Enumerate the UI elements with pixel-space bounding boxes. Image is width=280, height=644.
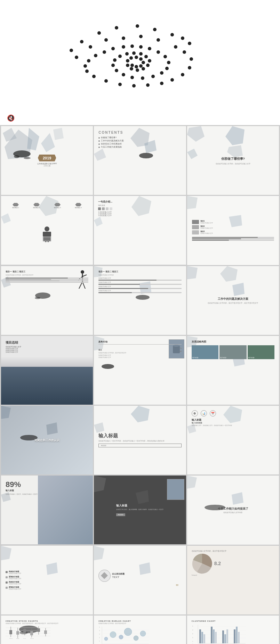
slide-18-text: 在此处可以输入文字内容	[218, 512, 248, 513]
slide-11[interactable]: 思考/行动 观点 在此处可以输入文字内容，该文字是示范文字 在此处可以输入文字 …	[94, 336, 186, 405]
svg-point-18	[45, 226, 49, 231]
dot	[142, 67, 145, 71]
dot	[139, 64, 143, 68]
slide-5-step3: 3.在此处输入文字	[98, 215, 182, 216]
svg-text:4: 4	[192, 629, 193, 631]
dot	[80, 40, 83, 43]
dot	[139, 35, 143, 38]
slide-5-title: 一句话介绍...	[98, 200, 182, 204]
slide-11-text: 在此处可以输入文字内容，该文字是示范文字	[98, 352, 181, 354]
slide-10-title: 项目总结	[6, 340, 88, 345]
dot	[144, 55, 148, 58]
svg-text:3: 3	[99, 634, 100, 635]
svg-point-7	[24, 157, 31, 159]
svg-marker-59	[94, 476, 106, 492]
project-hex-4: 项目概况-4	[75, 203, 82, 208]
person-figure	[40, 226, 54, 243]
slide-13[interactable]: 对岗位和工作的认识	[1, 406, 93, 474]
svg-marker-43	[232, 283, 245, 296]
svg-text:3: 3	[192, 633, 193, 635]
slide-2[interactable]: CONTENTS 你都做了哪些事? 工作中的问题及解决方案 你的综合工作积累如何…	[94, 126, 186, 195]
slide-7-text: 在此处可以输入文字内容，该文字是示范文字	[6, 274, 88, 276]
svg-rect-135	[224, 634, 226, 643]
svg-point-110	[104, 637, 108, 641]
dot	[163, 55, 167, 58]
svg-point-46	[102, 364, 114, 369]
slide-15[interactable]: ⚙ 📊 📅 输入标题 输入你的标题	[187, 406, 279, 474]
svg-text:Low: Low	[23, 638, 26, 639]
slide-6[interactable]: 项目1 在此处可以输入文字 项目2 在此处可以输入文字 项目3 在此处可以输	[187, 196, 279, 265]
slide-20[interactable]: 众山淡泊标题 TEXT "	[94, 546, 186, 614]
svg-text:5: 5	[192, 626, 193, 627]
dot	[139, 52, 143, 56]
slide-23[interactable]: CREATIVE BUBLES CHART 在此处可以输入文字内容，该文字是示范…	[94, 616, 186, 644]
slide-14[interactable]: 输入标题 在此处可以输入一些文字内容，在此处可以输入一些文字内容，请在此处输入您…	[94, 406, 186, 474]
slide-18[interactable]: 今后工作能力如何提高了 在此处可以输入文字内容	[187, 476, 279, 544]
slide-19-item-2-text: 在此处可以输入文字	[9, 578, 21, 579]
dot	[170, 78, 174, 82]
svg-text:2: 2	[99, 637, 100, 638]
slide-17[interactable]: 输入标题 全体员工齐心协力，减少内部摩擦，提高工作效率，在此处可以输入一些文字 …	[94, 476, 186, 544]
dot	[122, 36, 125, 40]
slide-1[interactable]: 2019 公共科技进阶汇报 LFPPT 工作汇报	[1, 126, 93, 195]
slide-9[interactable]: 工作中的问题及解决方案 在此处可以输入文字内容，该文字是示范文字，该文字是示范文…	[187, 266, 279, 335]
svg-marker-62	[232, 492, 243, 505]
dot	[130, 76, 134, 79]
slide-3[interactable]: 你那做了哪些事? 在此处可以输入文字的，在此处可以输入文字	[187, 126, 279, 195]
slide-12[interactable]: 发展战略构图 图片标题1 图片标题2 图片标题3	[187, 336, 279, 405]
dots-section	[0, 0, 280, 111]
section-3-title: 你那做了哪些事?	[216, 157, 250, 161]
project-hex-2: 项目概况-2	[33, 203, 40, 208]
slide-15-subtitle: 输入你的标题	[192, 422, 274, 424]
slide-9-title: 工作中的问题及解决方案	[208, 297, 258, 301]
svg-rect-137	[234, 629, 235, 643]
svg-marker-61	[187, 476, 197, 489]
slide-21-value: 8.2	[214, 561, 221, 566]
chart-icon: 📊	[201, 410, 207, 416]
slide-19[interactable]: 高效执行标题 在此处可以输入文字 逻辑执行标题 在此处可以输入文字 高效执行标题	[1, 546, 93, 614]
svg-rect-133	[215, 632, 217, 643]
section-3-text: 在此处可以输入文字的，在此处可以输入文字	[216, 163, 250, 165]
slide-12-item-2: 图片标题2	[220, 357, 226, 358]
dot	[146, 64, 150, 67]
dot	[118, 83, 122, 86]
svg-marker-27	[94, 217, 103, 226]
dot	[190, 57, 193, 61]
slide-10[interactable]: 项目总结 在此处可以输入文字 在此处可以输入文字 在此处可以输入文字 在此处可以…	[1, 336, 93, 405]
svg-text:High: High	[16, 638, 19, 639]
slide-5[interactable]: 一句话介绍... 项目进度 1.在此处输入文字 2.在此处输入文字 3.在此处输…	[94, 196, 186, 265]
quote-mark: "	[98, 583, 181, 591]
slide-24[interactable]: CLUSTERED CHART 5 4 3 2 1 0	[187, 616, 279, 644]
bubble-chart-svg: 0 1 2 3 4 5 S1 S2 S3 S4 S5 S6	[98, 625, 151, 644]
dot	[94, 54, 97, 57]
dot	[136, 68, 139, 72]
dot	[183, 50, 186, 54]
slide-4[interactable]: 项目概况-1 项目概况-2 项目概况-3 项目概况-4	[1, 196, 93, 265]
slide-12-title: 发展战略构图	[192, 340, 274, 344]
slide-21[interactable]: 在此处可以输入文字内容，该文字是示范文字 8.2 Category1	[187, 546, 279, 614]
speaker-icon: 🔇	[7, 114, 15, 122]
calendar-icon: 📅	[210, 410, 216, 416]
dot	[148, 47, 151, 50]
svg-rect-83	[30, 631, 33, 635]
slide-12-item-1: 图片标题1	[192, 357, 199, 358]
slide-8[interactable]: 项目一 项目二 项目三 在此处可以输入文字内容 在此处可以输入文字 在此处可以输…	[94, 266, 186, 335]
project-hex-1: 项目概况-1	[12, 203, 19, 208]
dot	[125, 52, 129, 56]
contents-title: CONTENTS	[98, 131, 181, 134]
svg-rect-79	[16, 631, 19, 635]
slide-24-title: CLUSTERED CHART	[192, 620, 274, 622]
dot	[151, 75, 155, 78]
slide-7[interactable]: 项目一 项目二 项目三 在此处可以输入文字内容，该文字是示范文字	[1, 266, 93, 335]
svg-rect-20	[43, 232, 45, 237]
slide-22[interactable]: CREATIVE STOCK CHARTS 在此处可以输入文字内容，该文字是示范…	[1, 616, 93, 644]
svg-point-32	[35, 297, 40, 299]
dot	[160, 82, 163, 85]
dot	[148, 59, 151, 63]
slide-20-title: 众山淡泊标题	[112, 572, 125, 576]
svg-marker-44	[220, 266, 238, 282]
slide-16[interactable]: 89% 输入标题 在此处可以输入一些文字，在此处可以输入一些文字	[1, 476, 93, 544]
svg-marker-42	[187, 266, 198, 279]
svg-rect-81	[23, 629, 26, 633]
slide-22-title: CREATIVE STOCK CHARTS	[6, 620, 88, 622]
